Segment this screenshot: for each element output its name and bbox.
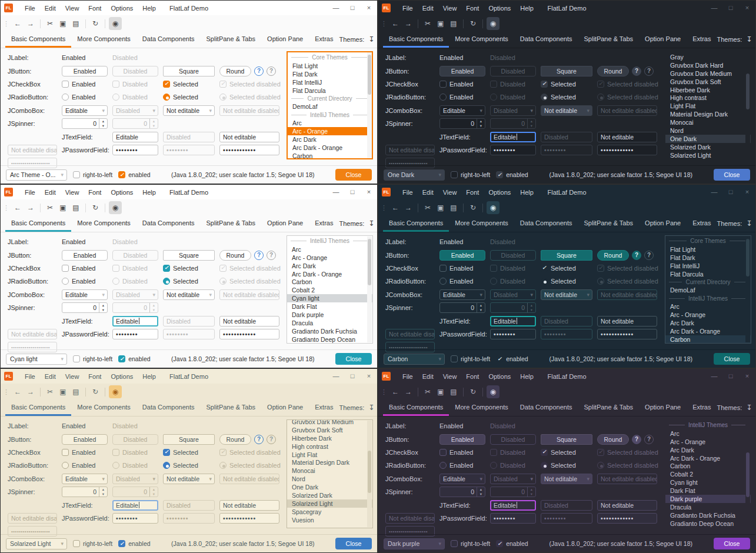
passwordfield-editable[interactable]: ••••••••	[490, 513, 536, 524]
combobox-editable[interactable]: Editable▾	[62, 289, 108, 300]
textfield-not-editable[interactable]: Not editable	[219, 500, 279, 511]
minimize-button[interactable]: —	[328, 1, 344, 15]
spinner-arrows[interactable]: ▴▾	[477, 303, 485, 312]
menu-item-edit[interactable]: Edit	[418, 373, 438, 380]
tab-option-pane[interactable]: Option Pane	[261, 401, 309, 416]
spinner-enabled[interactable]: 0▴▾	[439, 302, 485, 313]
back-icon[interactable]: ←	[12, 202, 24, 214]
spinner-up-icon[interactable]: ▴	[477, 119, 485, 124]
menu-item-view[interactable]: View	[61, 5, 84, 12]
tab-more-components[interactable]: More Components	[449, 216, 514, 232]
theme-combobox[interactable]: Carbon▾	[384, 354, 445, 365]
minimize-button[interactable]: —	[328, 369, 344, 384]
passwordfield-not-editable[interactable]: ••••••••••••	[219, 513, 279, 524]
toolbar-grip-icon[interactable]: ⋮	[381, 204, 387, 212]
eye-toggle-icon[interactable]: ◉	[109, 201, 122, 214]
tab-data-components[interactable]: Data Components	[136, 32, 201, 48]
theme-list-item[interactable]: Dark Flat	[665, 487, 751, 495]
passwordfield-not-editable[interactable]: ••••••••••••	[597, 145, 657, 155]
menu-item-view[interactable]: View	[438, 373, 462, 380]
menu-item-font[interactable]: Font	[461, 373, 484, 380]
close-window-button[interactable]: ×	[361, 369, 377, 384]
square-button[interactable]: Square	[541, 250, 592, 261]
maximize-button[interactable]: □	[344, 369, 361, 384]
themes-list[interactable]: Gruvbox Dark MediumGruvbox Dark SoftHibe…	[287, 419, 373, 528]
copy-icon[interactable]: ▣	[57, 386, 69, 398]
theme-list-item[interactable]: High contrast	[665, 94, 751, 102]
theme-list-item[interactable]: Dark Flat	[287, 302, 372, 311]
cut-icon[interactable]: ✂	[44, 18, 56, 29]
checkbox-enabled[interactable]: ✓Enabled	[62, 265, 112, 272]
theme-list-item[interactable]: One Dark	[287, 483, 372, 491]
theme-list-item[interactable]: Light Flat	[287, 451, 372, 459]
square-button[interactable]: Square	[163, 250, 215, 261]
theme-list-item[interactable]: Gruvbox Dark Medium	[665, 69, 751, 78]
radio-enabled[interactable]: Enabled	[439, 462, 490, 469]
paste-icon[interactable]: ▤	[70, 18, 82, 29]
right-to-left-checkbox[interactable]: ✓right-to-left	[451, 355, 490, 362]
themes-list[interactable]: IntelliJ ThemesArcArc - OrangeArc DarkAr…	[665, 419, 751, 528]
radio-selected[interactable]: Selected	[163, 94, 219, 101]
theme-list-item[interactable]: One Dark	[665, 135, 751, 143]
cut-icon[interactable]: ✂	[422, 202, 434, 214]
menu-item-edit[interactable]: Edit	[40, 5, 61, 12]
tab-basic-components[interactable]: Basic Components	[5, 32, 71, 48]
square-button[interactable]: Square	[541, 66, 592, 76]
refresh-icon[interactable]: ↻	[89, 18, 101, 29]
cut-icon[interactable]: ✂	[422, 18, 434, 29]
copy-icon[interactable]: ▣	[435, 202, 447, 214]
menu-item-file[interactable]: File	[20, 189, 40, 196]
tab-splitpane-tabs[interactable]: SplitPane & Tabs	[201, 401, 262, 416]
menu-item-edit[interactable]: Edit	[40, 373, 61, 380]
refresh-icon[interactable]: ↻	[467, 202, 479, 214]
tab-data-components[interactable]: Data Components	[514, 216, 578, 232]
checkbox-selected[interactable]: ✓Selected	[541, 81, 597, 88]
checkbox-enabled[interactable]: ✓Enabled	[62, 449, 112, 456]
combobox-editable[interactable]: Editable▾	[439, 474, 485, 484]
theme-list-item[interactable]: Gruvbox Dark Medium	[287, 419, 372, 426]
radio-enabled[interactable]: Enabled	[439, 94, 490, 101]
enabled-checkbox[interactable]: ✓enabled	[496, 540, 528, 547]
spinner-up-icon[interactable]: ▴	[477, 303, 485, 308]
spinner-arrows[interactable]: ▴▾	[99, 119, 107, 128]
spinner-arrows[interactable]: ▴▾	[477, 119, 485, 128]
maximize-button[interactable]: □	[722, 1, 739, 15]
theme-list-item[interactable]: Spacegray	[287, 508, 372, 516]
scrollbar-track[interactable]	[367, 236, 372, 342]
textfield-editable[interactable]: Editable	[112, 316, 158, 327]
right-to-left-checkbox[interactable]: ✓right-to-left	[73, 355, 112, 362]
copy-icon[interactable]: ▣	[57, 202, 69, 214]
download-icon[interactable]: ↧	[746, 35, 752, 44]
enabled-checkbox[interactable]: ✓enabled	[118, 171, 150, 178]
paste-icon[interactable]: ▤	[448, 202, 459, 214]
radio-enabled[interactable]: Enabled	[62, 278, 112, 285]
combobox-not-editable[interactable]: Not editable▾	[541, 474, 592, 484]
back-icon[interactable]: ←	[389, 386, 401, 398]
combobox-not-editable[interactable]: Not editable▾	[541, 105, 592, 116]
scrollbar-thumb[interactable]	[368, 55, 371, 95]
theme-list-item[interactable]: Gruvbox Dark Hard	[665, 61, 751, 69]
download-icon[interactable]: ↧	[746, 219, 752, 228]
theme-combobox[interactable]: One Dark▾	[384, 169, 445, 181]
download-icon[interactable]: ↧	[368, 219, 374, 228]
help-button[interactable]: ?	[632, 251, 641, 260]
theme-list-item[interactable]: Flat Darcula	[288, 86, 372, 95]
theme-list-item[interactable]: Arc Dark	[287, 262, 372, 270]
right-to-left-checkbox[interactable]: ✓right-to-left	[451, 171, 490, 178]
theme-list-item[interactable]: Gruvbox Dark Soft	[665, 78, 751, 86]
round-button[interactable]: Round	[597, 434, 629, 445]
scrollbar-thumb[interactable]	[368, 239, 371, 285]
spinner-enabled[interactable]: 0▴▾	[439, 487, 485, 497]
theme-list-item[interactable]: Hiberbee Dark	[665, 86, 751, 94]
theme-list-item[interactable]: Arc - Orange	[665, 311, 751, 319]
back-icon[interactable]: ←	[389, 18, 401, 29]
scrollbar-track[interactable]	[745, 236, 750, 342]
radio-selected[interactable]: Selected	[163, 462, 219, 469]
theme-list-item[interactable]: Dark purple	[665, 495, 751, 503]
tab-extras[interactable]: Extras	[687, 32, 717, 48]
back-icon[interactable]: ←	[389, 202, 401, 214]
theme-list-item[interactable]: Solarized Dark	[665, 143, 751, 151]
spinner-down-icon[interactable]: ▾	[477, 124, 485, 128]
tab-extras[interactable]: Extras	[309, 216, 339, 232]
spinner-arrows[interactable]: ▴▾	[99, 487, 107, 497]
